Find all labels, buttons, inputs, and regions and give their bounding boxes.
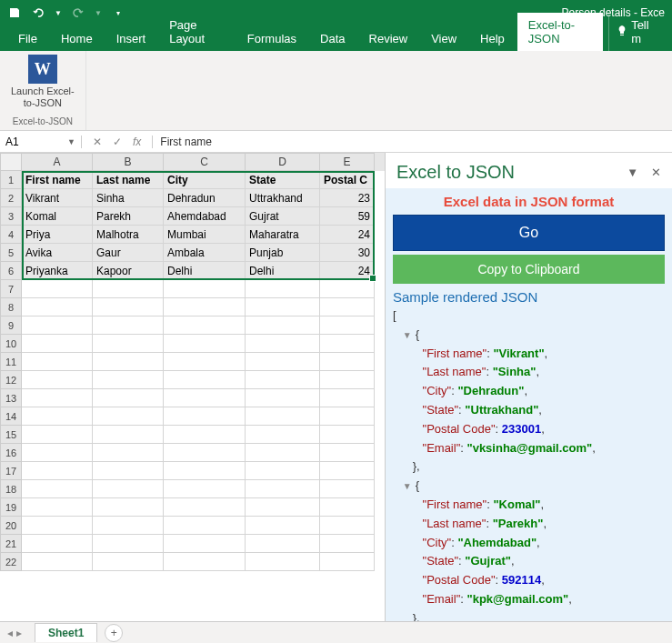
cell[interactable] xyxy=(22,316,93,335)
cell[interactable] xyxy=(246,353,320,371)
cell[interactable] xyxy=(164,462,246,480)
cancel-icon[interactable]: ✕ xyxy=(93,136,102,148)
row-header-9[interactable]: 9 xyxy=(0,316,22,335)
cell[interactable] xyxy=(320,426,375,444)
cell[interactable] xyxy=(164,535,246,553)
redo-dropdown-icon[interactable]: ▼ xyxy=(95,9,102,17)
cell[interactable]: Delhi xyxy=(246,262,320,280)
row-header-5[interactable]: 5 xyxy=(0,244,22,262)
cell[interactable] xyxy=(93,353,164,371)
cell[interactable] xyxy=(320,407,375,426)
cell[interactable] xyxy=(93,517,164,535)
row-header-4[interactable]: 4 xyxy=(0,226,22,244)
cell[interactable]: Ambala xyxy=(164,244,246,262)
cell[interactable] xyxy=(22,371,93,389)
tab-file[interactable]: File xyxy=(7,26,48,51)
cell[interactable]: Maharatra xyxy=(246,226,320,244)
cell[interactable] xyxy=(320,335,375,353)
cell[interactable] xyxy=(22,298,93,316)
cell[interactable]: 30 xyxy=(320,244,375,262)
cell[interactable] xyxy=(93,426,164,444)
cell[interactable] xyxy=(320,553,375,571)
tab-help[interactable]: Help xyxy=(469,26,516,51)
cell[interactable] xyxy=(22,335,93,353)
cell[interactable]: Parekh xyxy=(93,207,164,226)
cell[interactable] xyxy=(164,517,246,535)
sheet-tab-1[interactable]: Sheet1 xyxy=(35,623,97,642)
cell[interactable]: Sinha xyxy=(93,189,164,207)
cell[interactable]: Mumbai xyxy=(164,226,246,244)
cell[interactable] xyxy=(164,553,246,571)
row-header-19[interactable]: 19 xyxy=(0,498,22,517)
row-header-11[interactable]: 11 xyxy=(0,353,22,371)
cell[interactable] xyxy=(22,553,93,571)
cell[interactable] xyxy=(246,535,320,553)
row-header-1[interactable]: 1 xyxy=(0,171,22,189)
tab-home[interactable]: Home xyxy=(50,26,104,51)
col-header-a[interactable]: A xyxy=(22,153,93,171)
cell[interactable]: Uttrakhand xyxy=(246,189,320,207)
cell[interactable] xyxy=(164,298,246,316)
cell[interactable] xyxy=(246,407,320,426)
cell[interactable]: Ahemdabad xyxy=(164,207,246,226)
cell[interactable] xyxy=(22,280,93,298)
cell[interactable] xyxy=(93,480,164,498)
row-header-2[interactable]: 2 xyxy=(0,189,22,207)
cell[interactable] xyxy=(320,444,375,462)
cell[interactable] xyxy=(22,353,93,371)
cell[interactable]: First name xyxy=(22,171,93,189)
cell[interactable] xyxy=(246,280,320,298)
cell[interactable]: Avika xyxy=(22,244,93,262)
copy-clipboard-button[interactable]: Copy to Clipboard xyxy=(393,255,665,284)
row-header-18[interactable]: 18 xyxy=(0,480,22,498)
cell[interactable] xyxy=(164,444,246,462)
col-header-e[interactable]: E xyxy=(320,153,375,171)
cell[interactable]: Priyanka xyxy=(22,262,93,280)
cell[interactable] xyxy=(164,280,246,298)
row-header-12[interactable]: 12 xyxy=(0,371,22,389)
cell[interactable] xyxy=(164,371,246,389)
cell[interactable] xyxy=(164,316,246,335)
cell[interactable] xyxy=(93,280,164,298)
cell[interactable] xyxy=(246,444,320,462)
cell[interactable] xyxy=(93,462,164,480)
cell[interactable] xyxy=(246,498,320,517)
cell[interactable] xyxy=(93,389,164,407)
cell[interactable] xyxy=(22,444,93,462)
undo-dropdown-icon[interactable]: ▼ xyxy=(55,9,62,17)
cell[interactable] xyxy=(22,517,93,535)
cell[interactable] xyxy=(246,462,320,480)
cell[interactable]: Priya xyxy=(22,226,93,244)
cell[interactable] xyxy=(22,462,93,480)
fx-icon[interactable]: fx xyxy=(133,136,141,148)
cell[interactable] xyxy=(164,335,246,353)
go-button[interactable]: Go xyxy=(393,215,665,251)
chevron-down-icon[interactable]: ▼ xyxy=(67,137,75,146)
cell[interactable]: Gujrat xyxy=(246,207,320,226)
row-header-7[interactable]: 7 xyxy=(0,280,22,298)
cell[interactable]: Komal xyxy=(22,207,93,226)
undo-icon[interactable] xyxy=(31,5,45,20)
cell[interactable]: Dehradun xyxy=(164,189,246,207)
row-header-16[interactable]: 16 xyxy=(0,444,22,462)
col-header-d[interactable]: D xyxy=(246,153,320,171)
cell[interactable] xyxy=(320,517,375,535)
cell[interactable] xyxy=(93,407,164,426)
select-all-corner[interactable] xyxy=(0,153,22,171)
cell[interactable]: Malhotra xyxy=(93,226,164,244)
cell[interactable] xyxy=(164,480,246,498)
cell[interactable] xyxy=(164,498,246,517)
cell[interactable] xyxy=(246,480,320,498)
cell[interactable] xyxy=(164,426,246,444)
row-header-17[interactable]: 17 xyxy=(0,462,22,480)
tab-formulas[interactable]: Formulas xyxy=(236,26,307,51)
cell[interactable] xyxy=(93,316,164,335)
cell[interactable] xyxy=(246,517,320,535)
redo-icon[interactable] xyxy=(71,5,85,20)
cell[interactable] xyxy=(246,553,320,571)
cell[interactable] xyxy=(320,353,375,371)
row-header-8[interactable]: 8 xyxy=(0,298,22,316)
row-header-22[interactable]: 22 xyxy=(0,553,22,571)
tab-data[interactable]: Data xyxy=(309,26,356,51)
cell[interactable] xyxy=(320,389,375,407)
